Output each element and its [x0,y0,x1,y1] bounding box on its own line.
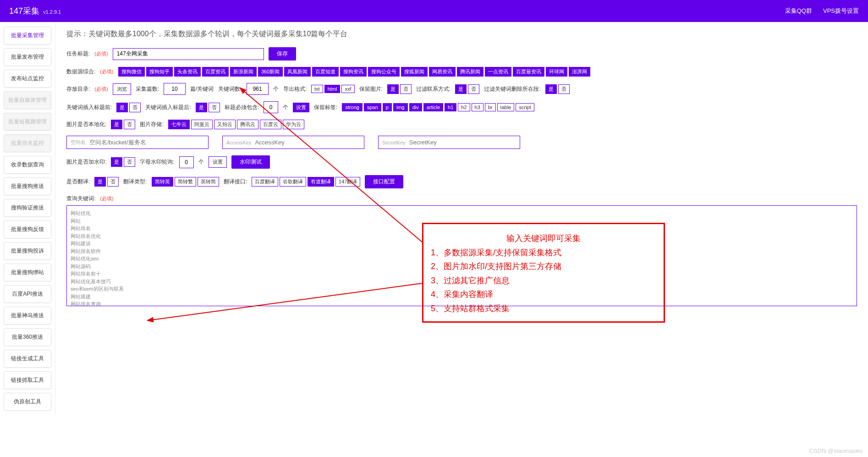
count-input[interactable] [164,83,186,95]
space-input[interactable] [89,139,204,146]
must-set-button[interactable]: 设置 [293,103,309,112]
keepimg-label: 保留图片: [359,85,383,93]
source-tag-8[interactable]: 搜狗资讯 [340,67,367,77]
trans-no[interactable]: 否 [107,177,119,187]
fmt-tag-0[interactable]: txt [311,85,323,93]
sidebar-item-9[interactable]: 批量搜狗反馈 [4,220,51,238]
sk-field[interactable]: SecretKey [378,136,520,149]
keeptag-8[interactable]: h3 [472,103,483,111]
wmseq-set-button[interactable]: 设置 [209,156,227,168]
must-input[interactable] [264,101,278,113]
source-tag-0[interactable]: 搜狗微信 [118,67,145,77]
source-tag-9[interactable]: 搜狗公众号 [368,67,400,77]
header-link-qq[interactable]: 采集QQ群 [785,7,812,15]
transapi-tag-1[interactable]: 谷歌翻译 [280,177,306,187]
sidebar-item-1[interactable]: 批量发布管理 [4,48,51,66]
source-tag-11[interactable]: 网易资讯 [429,67,456,77]
imgstore-tag-0[interactable]: 七牛云 [168,120,190,129]
wm-yes[interactable]: 是 [111,157,122,167]
keywords-textarea[interactable] [66,205,857,306]
sidebar-item-0[interactable]: 批量采集管理 [4,27,51,44]
sidebar-item-10[interactable]: 批量搜狗投诉 [4,242,51,260]
trans-yes[interactable]: 是 [94,177,106,187]
transapi-tag-0[interactable]: 百度翻译 [252,177,278,187]
keepimg-yes[interactable]: 是 [387,84,399,94]
transtype-tag-0[interactable]: 简转英 [152,177,173,187]
sidebar-item-6[interactable]: 收录数据查询 [4,156,51,174]
browse-button[interactable]: 浏览 [113,83,131,95]
source-tag-13[interactable]: 一点资讯 [485,67,511,77]
wm-no[interactable]: 否 [124,157,135,167]
trans-config-button[interactable]: 接口配置 [365,175,403,188]
keeptag-10[interactable]: table [497,103,515,111]
sidebar-item-15[interactable]: 链接生成工具 [4,350,51,368]
imgstore-label: 图片存储: [140,121,163,128]
source-tag-16[interactable]: 澎湃网 [569,67,590,77]
wm-test-button[interactable]: 水印测试 [231,155,270,169]
source-tag-10[interactable]: 搜狐新闻 [401,67,428,77]
ak-field[interactable]: AccessKey [222,136,364,149]
keeptag-11[interactable]: script [516,103,534,111]
insert-before-no[interactable]: 否 [129,103,141,112]
keeptag-3[interactable]: img [393,103,408,111]
header-link-vps[interactable]: VPS拨号设置 [823,7,859,15]
imgstore-tag-2[interactable]: 又拍云 [214,120,236,129]
keeptag-2[interactable]: p [383,103,392,111]
sk-input[interactable] [409,139,516,146]
fmt-tag-1[interactable]: html [324,85,341,93]
insert-before-yes[interactable]: 是 [116,103,128,112]
sidebar-item-2[interactable]: 发布站点监控 [4,70,51,88]
sidebar-item-8[interactable]: 搜狗验证推送 [4,199,51,217]
transapi-tag-3[interactable]: 147翻译 [335,177,360,187]
space-field[interactable]: 空间名 [66,136,209,149]
task-title-input[interactable] [113,48,264,60]
source-tag-4[interactable]: 新浪新闻 [230,67,257,77]
save-button[interactable]: 保存 [269,47,296,61]
kwcount-input[interactable] [247,83,269,95]
sidebar-item-12[interactable]: 百度API推送 [4,285,51,303]
keeptag-5[interactable]: article [423,103,443,111]
source-tag-6[interactable]: 凤凰新闻 [284,67,311,77]
imglocal-yes[interactable]: 是 [111,120,122,129]
fmt-tag-2[interactable]: xxf [341,85,354,93]
keeptag-4[interactable]: div [409,103,422,111]
insert-after-no[interactable]: 否 [209,103,220,112]
sidebar-item-13[interactable]: 批量神马推送 [4,307,51,325]
source-tag-3[interactable]: 百度资讯 [202,67,229,77]
ak-input[interactable] [255,139,360,146]
keeptag-7[interactable]: h2 [458,103,470,111]
imgstore-tag-4[interactable]: 百度云 [260,120,281,129]
keeptag-9[interactable]: br [485,103,496,111]
source-tag-12[interactable]: 腾讯新闻 [457,67,483,77]
imgstore-tag-1[interactable]: 阿里云 [191,120,213,129]
sources-label: 数据源综合: [66,68,95,76]
keeptag-0[interactable]: strong [342,103,363,111]
filter-kw-no[interactable]: 否 [558,84,570,94]
source-tag-7[interactable]: 百度知道 [312,67,339,77]
source-tag-14[interactable]: 百度最资讯 [513,67,544,77]
hint-text: 提示：关键词数最多1000个，采集数据源多个轮训，每个关键词最多采集10篇每个平… [66,29,857,39]
filter-contact-yes[interactable]: 是 [455,84,467,94]
sidebar-item-14[interactable]: 批量360推送 [4,328,51,346]
filter-kw-yes[interactable]: 是 [545,84,557,94]
keeptag-6[interactable]: h1 [445,103,456,111]
wmseq-input[interactable] [179,156,194,168]
transtype-tag-1[interactable]: 简转繁 [175,177,196,187]
keepimg-no[interactable]: 否 [400,84,412,94]
imgstore-tag-3[interactable]: 腾讯云 [237,120,258,129]
sidebar-item-17[interactable]: 伪原创工具 [4,393,51,411]
sidebar-item-16[interactable]: 链接抓取工具 [4,371,51,389]
insert-after-yes[interactable]: 是 [196,103,207,112]
imglocal-no[interactable]: 否 [124,120,135,129]
sidebar-item-7[interactable]: 批量搜狗推送 [4,177,51,195]
transtype-tag-2[interactable]: 英转简 [198,177,219,187]
filter-contact-no[interactable]: 否 [468,84,479,94]
transapi-tag-2[interactable]: 有道翻译 [308,177,334,187]
imgstore-tag-5[interactable]: 华为云 [283,120,304,129]
source-tag-2[interactable]: 头条资讯 [174,67,201,77]
keeptag-1[interactable]: span [364,103,381,111]
sidebar-item-11[interactable]: 批量搜狗绑站 [4,264,51,281]
source-tag-15[interactable]: 环球网 [546,67,567,77]
source-tag-5[interactable]: 360新闻 [258,67,283,77]
source-tag-1[interactable]: 搜狗知乎 [146,67,173,77]
